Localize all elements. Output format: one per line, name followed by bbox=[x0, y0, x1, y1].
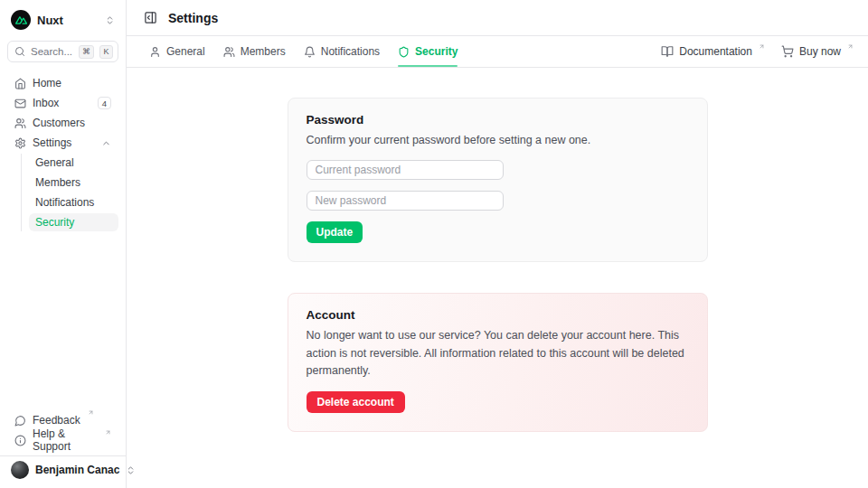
users-icon bbox=[223, 46, 235, 58]
cart-icon bbox=[781, 45, 794, 58]
sidebar-spacer bbox=[7, 231, 118, 411]
chevron-up-icon bbox=[101, 138, 111, 148]
sidebar-item-feedback[interactable]: Feedback bbox=[7, 411, 118, 429]
account-card: Account No longer want to use our servic… bbox=[288, 293, 708, 431]
gear-icon bbox=[14, 137, 26, 149]
sidebar: Nuxt Search... ⌘ K Home bbox=[0, 0, 127, 488]
sidebar-item-help-support[interactable]: Help & Support bbox=[7, 431, 118, 449]
password-card: Password Confirm your current password b… bbox=[288, 98, 708, 262]
external-link-icon bbox=[88, 409, 94, 416]
settings-subnav: General Members Notifications Security bbox=[21, 154, 118, 231]
external-link-icon bbox=[847, 43, 854, 50]
book-icon bbox=[661, 45, 674, 58]
search-icon bbox=[14, 46, 25, 57]
sidebar-item-general[interactable]: General bbox=[29, 154, 118, 172]
external-link-icon bbox=[759, 43, 765, 50]
settings-toolbar: General Members Notifications bbox=[127, 36, 868, 68]
kbd-cmd: ⌘ bbox=[79, 45, 94, 59]
sidebar-item-settings[interactable]: Settings bbox=[7, 134, 118, 152]
page-header: Settings bbox=[127, 0, 868, 36]
nuxt-logo-icon bbox=[11, 10, 31, 30]
settings-tabs: General Members Notifications bbox=[149, 36, 458, 67]
user-menu[interactable]: Benjamin Canac bbox=[7, 456, 118, 481]
account-card-title: Account bbox=[307, 308, 689, 322]
user-icon bbox=[149, 46, 161, 58]
update-password-button[interactable]: Update bbox=[307, 221, 363, 243]
tab-members[interactable]: Members bbox=[223, 36, 286, 67]
documentation-link[interactable]: Documentation bbox=[661, 45, 765, 58]
users-icon bbox=[14, 117, 26, 129]
external-link-icon bbox=[105, 429, 111, 436]
app-window: Nuxt Search... ⌘ K Home bbox=[0, 0, 868, 488]
search-input[interactable]: Search... ⌘ K bbox=[7, 41, 118, 62]
team-selector[interactable]: Nuxt bbox=[7, 7, 118, 33]
kbd-k: K bbox=[99, 45, 113, 59]
sidebar-item-customers[interactable]: Customers bbox=[7, 114, 118, 132]
password-card-description: Confirm your current password before set… bbox=[307, 132, 689, 149]
sidebar-item-members[interactable]: Members bbox=[29, 174, 118, 192]
toolbar-links: Documentation Buy now bbox=[661, 45, 854, 58]
new-password-field[interactable] bbox=[307, 191, 504, 211]
collapse-sidebar-icon[interactable] bbox=[141, 8, 160, 27]
current-password-field[interactable] bbox=[307, 160, 504, 180]
sidebar-footer-nav: Feedback Help & Support bbox=[7, 411, 118, 449]
sidebar-item-home[interactable]: Home bbox=[7, 74, 118, 92]
tab-general[interactable]: General bbox=[149, 36, 205, 67]
account-card-description: No longer want to use our service? You c… bbox=[307, 327, 689, 380]
shield-icon bbox=[398, 46, 410, 58]
inbox-count-badge: 4 bbox=[98, 97, 111, 109]
chevrons-up-down-icon bbox=[105, 15, 115, 25]
sidebar-item-inbox[interactable]: Inbox 4 bbox=[7, 94, 118, 112]
password-card-title: Password bbox=[307, 113, 689, 127]
inbox-icon bbox=[14, 98, 26, 109]
info-icon bbox=[14, 435, 26, 446]
main-panel: Settings General Members bbox=[127, 0, 868, 488]
tab-security[interactable]: Security bbox=[398, 36, 458, 67]
page-title: Settings bbox=[168, 11, 218, 25]
sidebar-item-security[interactable]: Security bbox=[29, 213, 118, 231]
delete-account-button[interactable]: Delete account bbox=[307, 391, 405, 413]
team-name: Nuxt bbox=[37, 14, 99, 27]
chat-bubble-icon bbox=[14, 415, 26, 427]
search-placeholder: Search... bbox=[31, 46, 73, 57]
user-name: Benjamin Canac bbox=[35, 464, 119, 476]
tab-notifications[interactable]: Notifications bbox=[304, 36, 380, 67]
sidebar-nav: Home Inbox 4 Customers Settings bbox=[7, 74, 118, 231]
bell-icon bbox=[304, 46, 316, 58]
sidebar-item-notifications[interactable]: Notifications bbox=[29, 193, 118, 211]
user-avatar bbox=[11, 461, 29, 479]
buy-now-link[interactable]: Buy now bbox=[781, 45, 854, 58]
settings-content: Password Confirm your current password b… bbox=[127, 68, 868, 488]
home-icon bbox=[14, 78, 26, 89]
